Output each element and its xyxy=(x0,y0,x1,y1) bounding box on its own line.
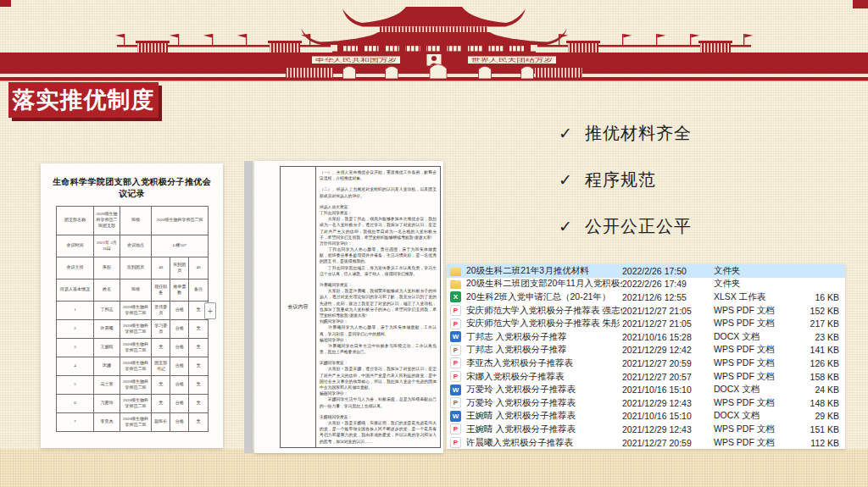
file-row[interactable]: 安庆师范大学入党积极分子推荐表 强志伟 2021/12/27 21:05 WPS… xyxy=(447,304,845,318)
file-date: 2021/12/27 20:59 xyxy=(622,438,714,448)
file-type: WPS PDF 文档 xyxy=(714,397,798,409)
content-paragraph: 许晨曦同学发言： xyxy=(320,282,437,288)
file-date: 2021/12/27 21:05 xyxy=(622,318,714,329)
checklist-item: ✓ 推优材料齐全 xyxy=(559,121,692,145)
cell: 现任职务 xyxy=(152,279,170,302)
file-type-icon xyxy=(450,268,461,276)
cell-result: 合格 xyxy=(170,339,189,357)
content-paragraph: 王婉晴同学发言： xyxy=(320,414,437,420)
slide-title-banner: 落实推优制度 xyxy=(8,82,159,118)
file-type: WPS PDF 文档 xyxy=(714,423,798,435)
cell-result: 合格 xyxy=(170,302,189,320)
file-name-cell: 安庆师范大学入党积极分子推荐表 强志伟 xyxy=(447,305,622,317)
file-row[interactable]: 万爱玲 入党积极分子推荐表 2021/12/29 12:43 WPS PDF 文… xyxy=(447,396,845,410)
file-name-cell: 王婉晴 入党积极分子推荐表 xyxy=(447,423,622,435)
file-name: 丁邦志 入党积极分子推荐 xyxy=(466,344,566,356)
file-name-cell: 丁邦志 入党积极分子推荐 xyxy=(447,344,622,356)
cell-result: 合格 xyxy=(170,357,189,376)
candidate-row: 4 宋娜 2020级生物科学师范二班 团支部书记 合格 无 xyxy=(56,357,208,376)
left-plaque-text: 中华人民共和国万岁 xyxy=(315,57,397,64)
cell-position: 宣传委员 xyxy=(152,302,170,320)
cell-class: 2020级生物科学师范二班 xyxy=(120,395,152,413)
cell-class: 2020级生物科学师范二班 xyxy=(120,339,152,357)
bottom-strip xyxy=(0,449,868,487)
checklist-label: 公开公正公平 xyxy=(585,215,692,238)
file-type-icon xyxy=(450,305,461,316)
file-row[interactable]: 王婉晴 入党积极分子推荐表 2021/10/16 15:10 DOCX 文档 2… xyxy=(447,410,845,423)
checklist-label: 程序规范 xyxy=(585,169,656,191)
file-type: WPS PDF 文档 xyxy=(714,318,798,329)
file-type-icon xyxy=(450,411,461,422)
file-type-icon xyxy=(450,385,461,396)
file-date: 2021/12/29 12:42 xyxy=(622,345,714,355)
file-name: 20级生科二班21年3月推优材料 xyxy=(466,265,589,277)
candidate-row: 1 丁邦志 2020级生物科学师范二班 宣传委员 合格 无 xyxy=(56,302,208,320)
file-type-icon xyxy=(450,397,461,408)
content-paragraph: 许晨曦同学在日常生活中积极参与班级活动，工作认真负责，思想上严格要求自己。 xyxy=(320,343,437,355)
cell: 实到团员 xyxy=(170,257,189,279)
file-type-icon xyxy=(450,357,461,368)
content-paragraph: 宋娜同学生活中与人为善，积极乐观，总是为班级奉献自己的一份力量，学习思想上也很认… xyxy=(320,396,437,408)
file-row[interactable]: 万爱玲 入党积极分子推荐表 2021/10/16 15:10 DOCX 文档 2… xyxy=(447,383,845,396)
file-row[interactable]: 20生科2班入党申请汇总（20-21年） 2021/12/6 12:55 XLS… xyxy=(447,291,845,304)
file-row[interactable]: 宋娜入党积极分子推荐表 2021/12/27 20:57 WPS PDF 文档 … xyxy=(447,370,845,384)
file-row[interactable]: 许晨曦入党积极分子推荐表 2021/12/27 20:59 WPS PDF 文档… xyxy=(447,436,845,450)
content-paragraph: 杨迎同学评价： xyxy=(320,337,437,343)
file-row[interactable]: 李亚杰入党积极分子推荐表 2021/12/27 20:59 WPS PDF 文档… xyxy=(447,357,845,370)
file-name: 丁邦志 入党积极分子推荐 xyxy=(466,331,566,343)
cell: 会议地点 xyxy=(120,235,152,257)
checklist-label: 推优材料齐全 xyxy=(585,122,692,145)
file-row[interactable]: 丁邦志 入党积极分子推荐 2021/10/16 15:28 DOCX 文档 23… xyxy=(447,330,845,344)
file-row[interactable]: 20级生科二班21年3月推优材料 2022/2/26 17:50 文件夹 xyxy=(447,264,845,278)
content-paragraph: （一）、主持人宣布推优会议开始，重温推优工作条例，解释会议流程，介绍推优对象。 xyxy=(320,169,437,181)
cell: 会议时间 xyxy=(56,235,94,257)
cell-result: 合格 xyxy=(170,395,189,413)
file-name-cell: 李亚杰入党积极分子推荐表 xyxy=(447,357,622,369)
cell-position: 无 xyxy=(152,376,170,395)
cell-note: 无 xyxy=(189,413,208,432)
cell-no: 6 xyxy=(56,395,94,413)
cell-class: 2020级生物科学师范二班 xyxy=(120,376,152,395)
meeting-content-text: （一）、主持人宣布推优会议开始，重温推优工作条例，解释会议流程，介绍推优对象。 … xyxy=(316,167,440,447)
checklist: ✓ 推优材料齐全 ✓ 程序规范 ✓ 公开公正公平 xyxy=(559,121,692,261)
cell: 2020级生物科学师范二班 xyxy=(152,207,208,235)
cell: 推举票数 xyxy=(170,279,189,302)
cell-note: 无 xyxy=(189,376,208,395)
cell-class: 2020级生物科学师范二班 xyxy=(120,320,152,339)
file-name: 万爱玲 入党积极分子推荐表 xyxy=(466,384,576,396)
file-row[interactable]: 王婉晴 入党积极分子推荐表 2021/12/29 12:43 WPS PDF 文… xyxy=(447,423,845,436)
content-paragraph: 宋娜同学发言： xyxy=(320,360,437,366)
file-row[interactable]: 20级生科二班团支部20年11月入党积极分子发... 2022/2/26 17:… xyxy=(447,278,845,291)
file-name-cell: 20生科2班入党申请汇总（20-21年） xyxy=(447,291,622,303)
cell: 备注 xyxy=(189,279,208,302)
cell: 40 xyxy=(152,257,170,279)
cell: 应到团员 xyxy=(120,257,152,279)
page-divider-scrollbar[interactable] xyxy=(244,161,253,453)
file-type-icon xyxy=(450,318,461,329)
file-size: 126 KB xyxy=(798,358,845,368)
cell-position: 副班长 xyxy=(152,413,170,432)
file-type: DOCX 文档 xyxy=(714,410,798,422)
checklist-item: ✓ 公开公正公平 xyxy=(559,214,692,238)
file-date: 2021/10/16 15:10 xyxy=(622,385,714,395)
cell-no: 7 xyxy=(56,413,94,432)
file-row[interactable]: 安庆师范大学入党积极分子推荐表 朱彤 2021/12/27 21:05 WPS … xyxy=(447,317,845,330)
zoom-plus-button[interactable]: + xyxy=(204,302,216,319)
file-name-cell: 安庆师范大学入党积极分子推荐表 朱彤 xyxy=(447,318,622,329)
file-name-cell: 万爱玲 入党积极分子推荐表 xyxy=(447,384,622,396)
file-name: 20生科2班入党申请汇总（20-21年） xyxy=(466,291,610,303)
file-size: 112 KB xyxy=(798,438,845,448)
file-date: 2021/12/27 20:57 xyxy=(622,372,714,382)
content-paragraph: 候选人依次发言 xyxy=(320,204,437,210)
file-date: 2021/12/6 12:55 xyxy=(622,292,714,302)
cell-position: 学习委员 xyxy=(152,320,170,339)
file-row[interactable]: 丁邦志 入党积极分子推荐 2021/12/29 12:42 WPS PDF 文档… xyxy=(447,344,845,357)
cell-note: 无 xyxy=(189,339,208,357)
cell-name: 宋娜 xyxy=(94,357,120,376)
cell-no: 3 xyxy=(56,339,94,357)
cell: 40 xyxy=(189,257,208,279)
checklist-item: ✓ 程序规范 xyxy=(559,168,692,191)
content-paragraph: 刘婉同学评价： xyxy=(320,318,437,324)
cell-result: 合格 xyxy=(170,413,189,432)
content-paragraph: 大家好！我是王婉晴，实践证明，我们的党是最先进最伟大的党，是一个能带领全国各族人… xyxy=(320,420,437,445)
